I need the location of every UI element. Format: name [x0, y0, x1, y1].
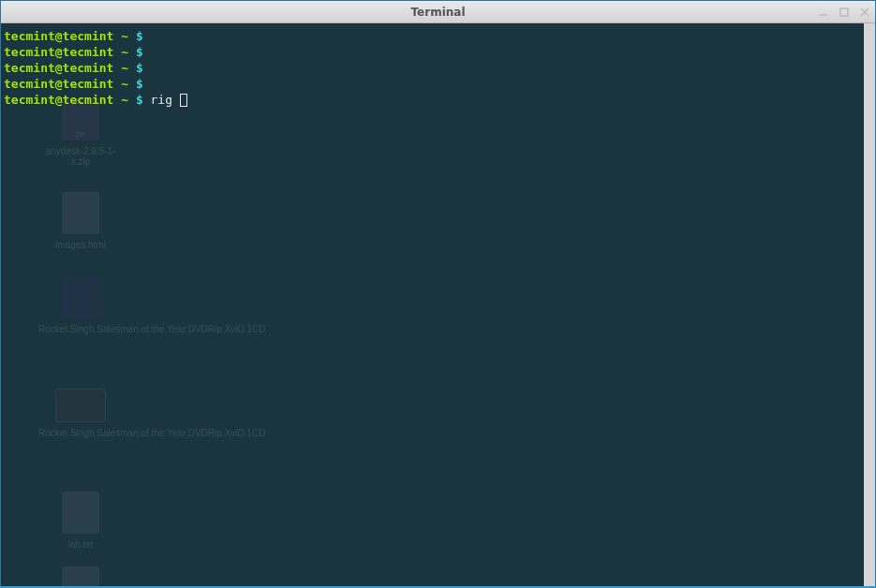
prompt-line-active: tecmint@tecmint ~ $ rig: [4, 92, 872, 109]
prompt-line: tecmint@tecmint ~ $: [4, 60, 872, 76]
minimize-button[interactable]: [817, 6, 830, 19]
user-host: tecmint@tecmint ~: [4, 29, 136, 43]
titlebar[interactable]: Terminal: [1, 1, 875, 23]
window-title: Terminal: [410, 6, 465, 19]
user-host: tecmint@tecmint ~: [4, 45, 136, 59]
user-host: tecmint@tecmint ~: [4, 93, 136, 107]
command-text: rig: [143, 93, 180, 107]
terminal-content: tecmint@tecmint ~ $ tecmint@tecmint ~ $ …: [1, 23, 875, 113]
window-controls: [817, 6, 871, 19]
terminal-area[interactable]: anydesk-2.9.5-1-x.zip images.html Rocket…: [1, 23, 875, 587]
close-button[interactable]: [858, 6, 871, 19]
prompt-symbol: $: [136, 61, 143, 75]
cursor: [180, 94, 187, 107]
maximize-button[interactable]: [838, 6, 851, 19]
svg-rect-1: [840, 8, 848, 16]
user-host: tecmint@tecmint ~: [4, 77, 136, 91]
prompt-symbol: $: [136, 77, 143, 91]
user-host: tecmint@tecmint ~: [4, 61, 136, 75]
prompt-symbol: $: [136, 45, 143, 59]
prompt-line: tecmint@tecmint ~ $: [4, 44, 872, 60]
prompt-symbol: $: [136, 29, 143, 43]
prompt-line: tecmint@tecmint ~ $: [4, 76, 872, 92]
scrollbar[interactable]: [864, 23, 875, 587]
terminal-window: Terminal anydesk-2.9.5-1-x.zip images.ht…: [0, 0, 876, 588]
prompt-line: tecmint@tecmint ~ $: [4, 28, 872, 44]
prompt-symbol: $: [136, 93, 143, 107]
